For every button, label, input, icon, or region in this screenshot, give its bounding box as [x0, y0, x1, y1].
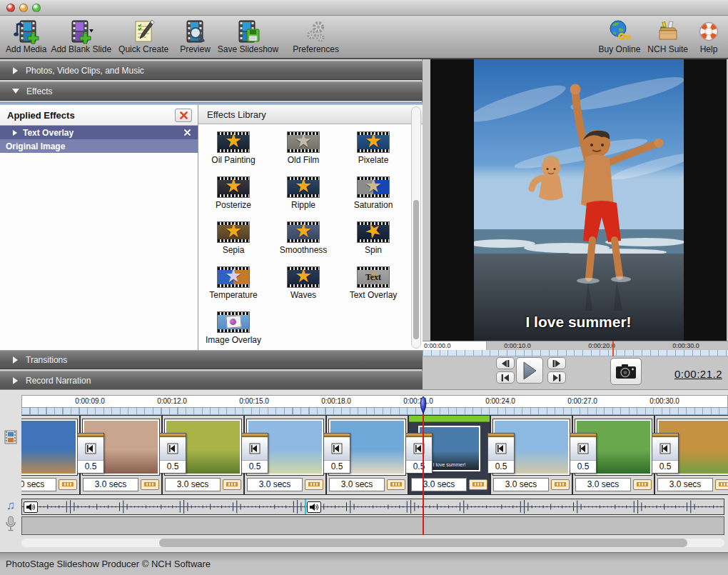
- transition-6[interactable]: 0.5: [487, 433, 515, 474]
- effect-spin[interactable]: ★Spin: [338, 219, 408, 264]
- transition-2[interactable]: 0.5: [159, 433, 186, 474]
- applied-effect-original-image[interactable]: Original Image: [0, 139, 198, 153]
- close-window-button[interactable]: [6, 4, 15, 12]
- edit-duration-button[interactable]: [141, 479, 159, 490]
- effect-temperature[interactable]: ★Temperature: [198, 264, 268, 309]
- preview-seek-ruler[interactable]: 0:00:00.00:00:10.00:00:20.00:00:30.0: [423, 341, 728, 350]
- preview-ruler-ticks[interactable]: [423, 350, 728, 356]
- slide-duration[interactable]: 3.0 secs: [83, 478, 138, 491]
- section-record-narration[interactable]: Record Narration: [0, 371, 423, 390]
- slide-duration[interactable]: 3.0 secs: [329, 478, 385, 491]
- transition-duration[interactable]: 0.5: [242, 460, 268, 472]
- transition-3[interactable]: 0.5: [241, 433, 268, 474]
- quick-create-button[interactable]: Quick Create: [118, 18, 168, 54]
- transition-duration[interactable]: 0.5: [406, 460, 432, 472]
- add-blank-slide-button[interactable]: Add Blank Slide: [51, 18, 111, 54]
- narration-track[interactable]: [21, 516, 724, 535]
- remove-all-effects-button[interactable]: [175, 109, 192, 122]
- applied-effect-text-overlay[interactable]: Text Overlay: [0, 126, 198, 139]
- minimize-window-button[interactable]: [19, 4, 28, 12]
- effect-saturation[interactable]: ★Saturation: [338, 174, 408, 219]
- previous-frame-button[interactable]: [496, 357, 515, 369]
- slide-duration-row: 3.0 secs: [247, 477, 323, 491]
- transition-duration[interactable]: 0.5: [78, 460, 103, 472]
- text-badge: Text: [358, 267, 389, 287]
- music-track[interactable]: [21, 499, 724, 515]
- edit-duration-button[interactable]: [223, 479, 241, 490]
- scrollbar-thumb[interactable]: [413, 200, 419, 339]
- preview-button[interactable]: Preview: [180, 18, 211, 54]
- preview-viewport: I love summer!: [430, 59, 727, 341]
- effect-text-overlay[interactable]: ★TextText Overlay: [338, 264, 408, 309]
- section-photos-video-music[interactable]: Photos, Video Clips, and Music: [0, 61, 423, 80]
- edit-duration-button[interactable]: [551, 479, 570, 490]
- slide-duration[interactable]: 3.0 secs: [493, 478, 549, 491]
- effect-oil-painting[interactable]: ★Oil Painting: [198, 129, 268, 174]
- play-button[interactable]: [516, 357, 543, 384]
- audio-clip-volume-button[interactable]: [24, 501, 38, 513]
- effect-old-film[interactable]: ★Old Film: [268, 129, 338, 174]
- scrollbar-thumb[interactable]: [159, 539, 687, 547]
- help-button[interactable]: Help: [695, 18, 722, 54]
- nch-suite-button[interactable]: NCH Suite: [647, 18, 688, 54]
- effects-library-scrollbar[interactable]: [411, 106, 421, 349]
- transition-7[interactable]: 0.5: [570, 433, 597, 474]
- edit-duration-button[interactable]: [469, 479, 487, 490]
- edit-duration-button[interactable]: [59, 479, 77, 490]
- go-to-end-button[interactable]: [547, 371, 566, 384]
- transition-8[interactable]: 0.5: [652, 433, 679, 474]
- slide-duration[interactable]: 3.0 secs: [165, 478, 221, 491]
- transition-duration[interactable]: 0.5: [324, 460, 350, 472]
- next-frame-button[interactable]: [547, 357, 566, 369]
- timeline-ruler-ticks[interactable]: [21, 408, 728, 415]
- slide-duration[interactable]: 3.0 secs: [21, 478, 56, 491]
- edit-duration-button[interactable]: [633, 479, 652, 490]
- transition-duration[interactable]: 0.5: [160, 460, 186, 472]
- timeline-ruler[interactable]: 0:00:09.00:00:12.00:00:15.00:00:18.00:00…: [21, 395, 728, 408]
- effect-ripple[interactable]: ★Ripple: [268, 174, 338, 219]
- effect-label: Sepia: [223, 245, 245, 255]
- effect-pixelate[interactable]: ★Pixelate: [338, 129, 408, 174]
- slides-track-icon: [0, 429, 21, 445]
- transition-duration[interactable]: 0.5: [570, 460, 596, 472]
- transition-5[interactable]: 0.5: [405, 433, 433, 474]
- transition-duration[interactable]: 0.5: [488, 460, 514, 472]
- go-to-start-button[interactable]: [496, 371, 515, 384]
- transition-duration[interactable]: 0.5: [652, 460, 678, 472]
- preferences-button[interactable]: Preferences: [293, 18, 339, 54]
- slide-duration[interactable]: 3.0 secs: [247, 478, 303, 491]
- remove-effect-x-icon[interactable]: [184, 128, 191, 138]
- effect-smoothness[interactable]: ★Smoothness: [268, 219, 338, 264]
- effect-image-overlay[interactable]: Image Overlay: [198, 309, 268, 354]
- preview-icon: [181, 18, 208, 45]
- section-transitions[interactable]: Transitions: [0, 350, 423, 369]
- effect-posterize[interactable]: ★Posterize: [198, 174, 268, 219]
- buy-online-button[interactable]: Buy Online: [599, 18, 641, 54]
- slides-track[interactable]: 3.0 secs3.0 secs3.0 secs3.0 secs3.0 secs…: [21, 415, 728, 495]
- slide-duration[interactable]: 3.0 secs: [575, 478, 631, 491]
- effect-thumbnail: ★: [287, 176, 320, 198]
- effect-waves[interactable]: ★Waves: [268, 264, 338, 309]
- main-area: Photos, Video Clips, and Music Effects A…: [0, 59, 728, 389]
- save-slideshow-button[interactable]: Save Slideshow: [218, 18, 278, 54]
- add-media-button[interactable]: Add Media: [6, 18, 46, 54]
- zoom-window-button[interactable]: [32, 4, 41, 12]
- transition-4[interactable]: 0.5: [323, 433, 350, 474]
- applied-effect-label: Text Overlay: [23, 128, 74, 138]
- slide-duration[interactable]: 3.0 secs: [411, 478, 467, 491]
- current-time-display[interactable]: 0:00:21.2: [674, 368, 722, 380]
- audio-clip-volume-button[interactable]: [307, 501, 321, 513]
- edit-duration-button[interactable]: [715, 479, 728, 490]
- ruler-label: 0:00:24.0: [485, 397, 515, 405]
- slide-duration[interactable]: 3.0 secs: [657, 478, 713, 491]
- timeline-scrollbar[interactable]: [21, 539, 724, 547]
- edit-duration-button[interactable]: [387, 479, 405, 490]
- timeline-slide-1[interactable]: 3.0 secs: [21, 415, 80, 495]
- edit-duration-button[interactable]: [305, 479, 323, 490]
- section-effects[interactable]: Effects: [0, 81, 423, 101]
- transition-1[interactable]: 0.5: [77, 433, 104, 474]
- playhead-marker[interactable]: [417, 396, 430, 417]
- snapshot-button[interactable]: [610, 358, 642, 385]
- effect-sepia[interactable]: ★Sepia: [198, 219, 268, 264]
- ruler-label: 0:00:30.0: [649, 397, 679, 405]
